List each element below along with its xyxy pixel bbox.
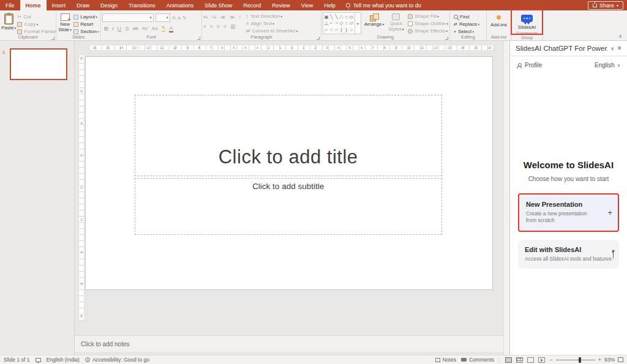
shape-cell[interactable]: ∩ bbox=[335, 27, 338, 32]
slidesai-button[interactable]: SlidesAI bbox=[517, 12, 538, 31]
shape-cell[interactable]: ╲ bbox=[330, 14, 333, 20]
shape-cell[interactable]: ¬ bbox=[335, 20, 337, 26]
accessibility-status[interactable]: Accessibility: Good to go bbox=[85, 357, 149, 363]
layout-button[interactable]: Layout bbox=[73, 14, 99, 20]
slide[interactable]: Click to add title Click to add subtitle bbox=[86, 57, 492, 289]
vertical-ruler[interactable]: 864202468 bbox=[78, 54, 84, 321]
language-status[interactable]: English (India) bbox=[47, 357, 80, 363]
slide-info[interactable]: Slide 1 of 1 bbox=[4, 357, 30, 363]
shape-effects-button[interactable]: Shape Effects bbox=[408, 28, 448, 34]
panel-close-button[interactable]: × bbox=[617, 44, 621, 53]
font-color-button[interactable]: A bbox=[169, 24, 173, 32]
find-button[interactable]: Find bbox=[454, 14, 485, 20]
shapes-more-button[interactable]: ▾ bbox=[355, 13, 361, 34]
shape-cell[interactable]: ⌐ bbox=[330, 20, 332, 26]
new-presentation-card[interactable]: New Presentation Create a new presentati… bbox=[518, 193, 619, 232]
shape-cell[interactable]: ╲ bbox=[335, 14, 338, 20]
paste-button[interactable]: Paste bbox=[1, 12, 16, 34]
zoom-slider[interactable] bbox=[556, 360, 595, 360]
menu-tab-transitions[interactable]: Transitions bbox=[123, 0, 161, 10]
tell-me[interactable]: Tell me what you want to do bbox=[341, 0, 426, 10]
menu-tab-design[interactable]: Design bbox=[95, 0, 123, 10]
italic-button[interactable]: I bbox=[112, 25, 114, 32]
menu-tab-view[interactable]: View bbox=[296, 0, 318, 10]
font-size-combobox[interactable]: ▾ bbox=[156, 13, 170, 22]
new-slide-button[interactable]: New Slide bbox=[58, 12, 72, 34]
zoom-slider-knob[interactable] bbox=[579, 357, 581, 363]
underline-button[interactable]: U bbox=[118, 25, 122, 32]
shape-cell[interactable]: □ bbox=[340, 14, 343, 20]
panel-chevron-icon[interactable]: ∨ bbox=[610, 46, 614, 51]
line-spacing-button[interactable]: ↕ bbox=[239, 14, 241, 20]
addins-button[interactable]: Add-ins bbox=[489, 12, 509, 28]
copy-button[interactable]: Copy bbox=[17, 21, 56, 27]
shape-cell[interactable]: ▣ bbox=[325, 14, 329, 20]
slide-thumbnail[interactable] bbox=[10, 48, 67, 80]
reading-view-button[interactable] bbox=[527, 357, 534, 363]
align-right-button[interactable]: ≡ bbox=[217, 23, 220, 29]
menu-tab-slide-show[interactable]: Slide Show bbox=[199, 0, 238, 10]
language-dropdown[interactable]: English ∨ bbox=[595, 62, 620, 69]
select-button[interactable]: ⌖Select bbox=[454, 29, 485, 34]
shapes-gallery[interactable]: ▣╲╲□○▭△⌐¬◇○▱⌐∩∩{}☆ ▾ bbox=[323, 12, 361, 34]
shape-cell[interactable]: ▭ bbox=[349, 14, 353, 20]
menu-tab-help[interactable]: Help bbox=[318, 0, 341, 10]
align-text-button[interactable]: ≡Align Text bbox=[246, 21, 298, 26]
menu-tab-review[interactable]: Review bbox=[266, 0, 296, 10]
notes-pane[interactable]: Click to add notes bbox=[75, 335, 503, 352]
text-shadow-button[interactable]: S bbox=[125, 25, 129, 32]
drawing-dialog-launcher[interactable] bbox=[445, 37, 448, 40]
shape-cell[interactable]: △ bbox=[325, 20, 328, 26]
menu-tab-record[interactable]: Record bbox=[238, 0, 266, 10]
shrink-font-button[interactable]: A bbox=[178, 15, 181, 21]
format-painter-button[interactable]: Format Painter bbox=[17, 29, 56, 34]
shape-cell[interactable]: ∩ bbox=[330, 27, 333, 32]
shape-cell[interactable]: ◇ bbox=[340, 20, 344, 26]
zoom-in-button[interactable]: + bbox=[598, 357, 601, 363]
menu-tab-animations[interactable]: Animations bbox=[161, 0, 200, 10]
edit-with-slidesai-card[interactable]: Edit with SlidesAI Access all SlidesAI t… bbox=[518, 240, 619, 269]
menu-tab-home[interactable]: Home bbox=[20, 0, 47, 10]
numbering-button[interactable]: ¹≡ bbox=[212, 14, 217, 20]
shape-fill-button[interactable]: Shape Fill bbox=[408, 13, 448, 19]
font-dialog-launcher[interactable] bbox=[197, 37, 200, 40]
align-left-button[interactable]: ≡ bbox=[203, 23, 206, 29]
menu-tab-insert[interactable]: Insert bbox=[47, 0, 72, 10]
text-direction-button[interactable]: ↕Text Direction bbox=[246, 13, 298, 19]
align-center-button[interactable]: ≡ bbox=[210, 23, 213, 29]
shape-cell[interactable]: ○ bbox=[345, 20, 348, 26]
justify-button[interactable]: ≡ bbox=[223, 23, 227, 29]
horizontal-ruler[interactable]: 1615141312111098765432101234567891011121… bbox=[89, 45, 495, 51]
vertical-scrollbar[interactable] bbox=[503, 41, 509, 355]
shape-cell[interactable]: ⌐ bbox=[325, 27, 328, 32]
menu-tab-draw[interactable]: Draw bbox=[71, 0, 95, 10]
shape-cell[interactable]: } bbox=[345, 27, 347, 32]
menu-tab-file[interactable]: File bbox=[0, 0, 20, 10]
share-button[interactable]: Share ▾ bbox=[588, 1, 623, 10]
section-button[interactable]: Section bbox=[73, 29, 99, 34]
fit-to-window-button[interactable] bbox=[618, 357, 623, 362]
decrease-indent-button[interactable]: ≪ bbox=[220, 14, 226, 20]
clear-formatting-button[interactable]: ✎ bbox=[182, 15, 187, 21]
shape-cell[interactable]: ▱ bbox=[350, 20, 353, 26]
quick-styles-button[interactable]: Quick Styles bbox=[387, 12, 405, 34]
change-case-button[interactable]: Aa bbox=[152, 26, 158, 31]
collapse-ribbon-icon[interactable]: ∧ bbox=[618, 34, 622, 39]
subtitle-placeholder[interactable]: Click to add subtitle bbox=[135, 178, 442, 235]
arrange-button[interactable]: Arrange bbox=[364, 12, 384, 34]
zoom-percent[interactable]: 93% bbox=[604, 357, 615, 363]
clipboard-dialog-launcher[interactable] bbox=[51, 37, 54, 40]
replace-button[interactable]: ⇄Replace bbox=[454, 21, 485, 27]
shape-cell[interactable]: { bbox=[340, 27, 342, 32]
shape-cell[interactable]: ○ bbox=[345, 14, 348, 20]
slide-sorter-button[interactable] bbox=[516, 357, 523, 363]
notes-toggle[interactable]: Notes bbox=[435, 357, 456, 363]
strikethrough-button[interactable]: ab bbox=[133, 26, 138, 31]
highlight-color-button[interactable]: ✎ bbox=[162, 25, 166, 32]
zoom-out-button[interactable]: − bbox=[550, 357, 553, 363]
shape-cell[interactable]: ☆ bbox=[350, 27, 354, 32]
comments-toggle[interactable]: Comments bbox=[461, 357, 494, 363]
reset-button[interactable]: Reset bbox=[73, 21, 99, 27]
columns-button[interactable]: ▥ bbox=[230, 23, 235, 29]
bold-button[interactable]: B bbox=[104, 25, 108, 32]
